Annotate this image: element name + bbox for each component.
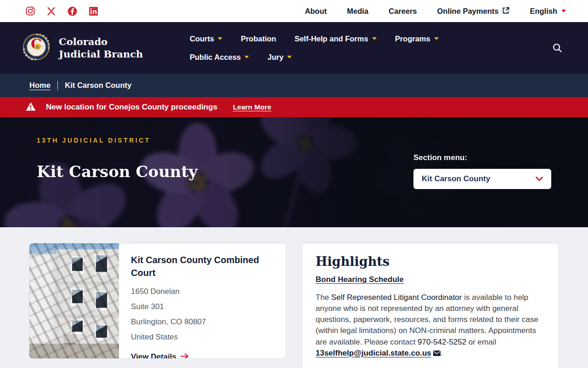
online-payments-link[interactable]: Online Payments xyxy=(437,7,510,16)
language-label: English xyxy=(530,7,557,16)
nav-label: Public Access xyxy=(190,53,241,62)
facebook-icon[interactable] xyxy=(68,6,77,16)
chevron-down-icon xyxy=(372,37,377,42)
nav-label: Self-Help and Forms xyxy=(294,34,368,43)
view-details-label: View Details xyxy=(131,352,176,359)
phone-number: 970-542-5252 xyxy=(418,338,466,346)
external-link-icon xyxy=(503,7,509,16)
nav-item-jury[interactable]: Jury xyxy=(267,53,292,62)
nav-item-probation[interactable]: Probation xyxy=(241,34,276,43)
view-details-link[interactable]: View Details xyxy=(131,352,269,359)
highlights-card: Highlights Bond Hearing Schedule The Sel… xyxy=(301,243,559,368)
nav-item-self-help-and-forms[interactable]: Self-Help and Forms xyxy=(294,34,376,43)
nav-item-courts[interactable]: Courts xyxy=(190,34,222,43)
linkedin-icon[interactable] xyxy=(89,7,98,16)
chevron-down-icon xyxy=(536,175,543,183)
location-address: 1650 Donelan Suite 301 Burlington, CO 80… xyxy=(131,284,269,345)
chevron-down-icon xyxy=(561,10,566,15)
main-header: C ⚖ COLORADO COURTS Colorado Judicial Br… xyxy=(0,22,588,74)
instagram-icon[interactable] xyxy=(26,6,35,16)
warning-icon xyxy=(26,102,36,113)
chevron-down-icon xyxy=(287,56,292,61)
breadcrumb-current: Kit Carson County xyxy=(65,81,131,90)
nav-label: Programs xyxy=(395,34,430,43)
search-button[interactable] xyxy=(552,43,562,53)
about-link[interactable]: About xyxy=(305,7,327,16)
nav-label: Courts xyxy=(190,34,214,43)
coordinator-paragraph: The Self Represented Litigant Coordinato… xyxy=(316,292,545,359)
page-title: Kit Carson County xyxy=(37,162,198,181)
alert-banner: New location for Conejos County proceedi… xyxy=(0,97,588,117)
alert-learn-more-link[interactable]: Learn More xyxy=(233,103,271,111)
paragraph-text: The xyxy=(316,293,331,302)
svg-text:⚖: ⚖ xyxy=(35,45,39,49)
chevron-down-icon xyxy=(218,37,222,42)
address-line: United States xyxy=(131,329,269,345)
chevron-down-icon xyxy=(434,37,439,42)
district-eyebrow: 13TH JUDICIAL DISTRICT xyxy=(37,137,198,144)
x-icon[interactable] xyxy=(47,7,56,16)
nav-label: Jury xyxy=(267,53,283,62)
media-link[interactable]: Media xyxy=(347,7,368,16)
hero-text: 13TH JUDICIAL DISTRICT Kit Carson County xyxy=(37,137,198,189)
breadcrumb-divider xyxy=(57,81,58,90)
courthouse-location-card: Kit Carson County Combined Court 1650 Do… xyxy=(29,243,286,359)
highlights-title: Highlights xyxy=(316,254,545,269)
paragraph-text: . xyxy=(441,349,443,357)
utility-links: About Media Careers Online Payments Engl… xyxy=(305,7,566,16)
breadcrumb: Home Kit Carson County xyxy=(0,74,588,97)
section-menu-value: Kit Carson County xyxy=(422,174,490,184)
location-title: Kit Carson County Combined Court xyxy=(131,253,269,279)
nav-item-programs[interactable]: Programs xyxy=(395,34,439,43)
nav-label: Probation xyxy=(241,34,276,43)
address-line: Burlington, CO 80807 xyxy=(131,314,269,329)
address-line: Suite 301 xyxy=(131,299,269,314)
coordinator-name: Self Represented Litigant Coordinator xyxy=(331,293,462,302)
search-icon xyxy=(552,43,562,53)
language-selector[interactable]: English xyxy=(530,7,566,16)
careers-link[interactable]: Careers xyxy=(389,7,417,16)
main-content: Kit Carson County Combined Court 1650 Do… xyxy=(0,227,588,368)
social-links xyxy=(26,6,98,16)
email-link[interactable]: 13selfhelp@judicial.state.co.us xyxy=(316,349,431,357)
address-line: 1650 Donelan xyxy=(131,284,269,299)
utility-bar: About Media Careers Online Payments Engl… xyxy=(0,0,588,22)
brand[interactable]: C ⚖ COLORADO COURTS Colorado Judicial Br… xyxy=(23,34,148,62)
nav-item-public-access[interactable]: Public Access xyxy=(190,53,249,62)
paragraph-text: or email xyxy=(466,338,496,346)
primary-nav: Courts Probation Self-Help and Forms Pro… xyxy=(190,34,511,62)
hero-banner: 13TH JUDICIAL DISTRICT Kit Carson County… xyxy=(0,117,588,227)
alert-message: New location for Conejos County proceedi… xyxy=(46,103,217,112)
section-menu-label: Section menu: xyxy=(413,153,551,162)
envelope-icon xyxy=(431,349,441,357)
colorado-courts-seal-logo: C ⚖ COLORADO COURTS xyxy=(23,34,50,62)
bond-hearing-schedule-link[interactable]: Bond Hearing Schedule xyxy=(316,275,404,284)
section-menu-dropdown[interactable]: Kit Carson County xyxy=(413,169,551,189)
section-menu: Section menu: Kit Carson County xyxy=(413,153,551,189)
brand-name: Colorado Judicial Branch xyxy=(59,35,148,61)
online-payments-label: Online Payments xyxy=(437,7,499,16)
chevron-down-icon xyxy=(244,56,249,61)
arrow-right-icon xyxy=(181,352,189,359)
breadcrumb-home-link[interactable]: Home xyxy=(29,81,51,90)
courthouse-photo xyxy=(29,243,119,358)
